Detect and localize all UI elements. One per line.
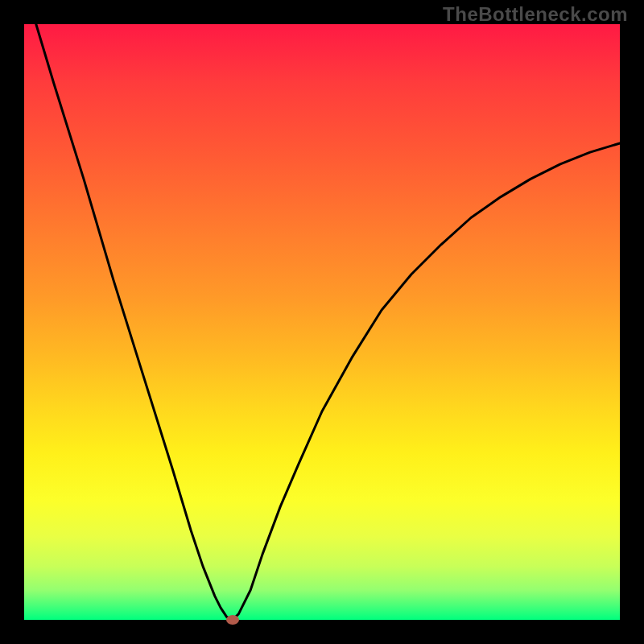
watermark-text: TheBottleneck.com bbox=[443, 3, 628, 26]
bottleneck-curve bbox=[36, 24, 620, 620]
plot-area bbox=[24, 24, 620, 620]
curve-svg bbox=[24, 24, 620, 620]
chart-frame: TheBottleneck.com bbox=[0, 0, 644, 644]
minimum-marker bbox=[226, 615, 239, 625]
